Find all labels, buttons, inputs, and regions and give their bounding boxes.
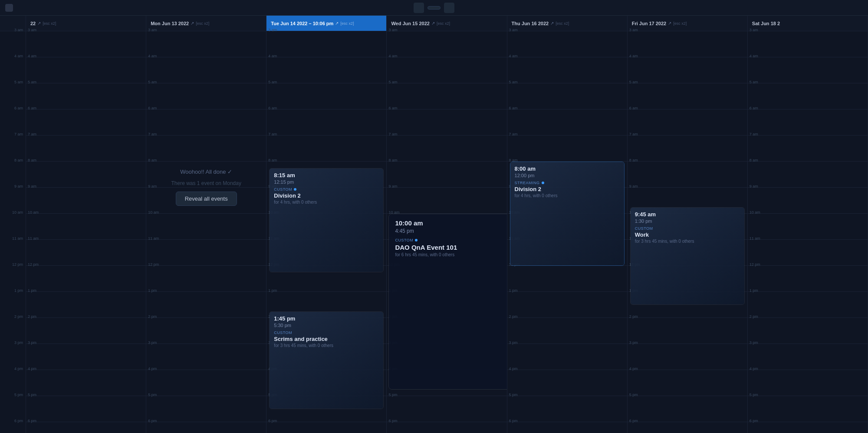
- hour-slot-14: 2 pm: [748, 318, 868, 344]
- event-type: CUSTOM: [395, 238, 507, 242]
- nav-forward-button[interactable]: [444, 3, 454, 13]
- hour-slot-15: 3 pm: [507, 344, 627, 370]
- event-card-scrims-tue[interactable]: 1:45 pm 5:30 pm CUSTOM Scrims and practi…: [269, 311, 384, 409]
- event-time-end: 5:30 pm: [274, 323, 379, 328]
- hour-slot-14: 2 pm: [507, 318, 627, 344]
- time-slot-5: 5 am: [0, 83, 26, 109]
- hour-slot-7: 7 am: [387, 136, 506, 162]
- col-header-date: 22: [30, 21, 36, 26]
- hour-slot-8: 8 am: [387, 162, 506, 188]
- event-type: CUSTOM: [635, 226, 740, 231]
- event-type: STREAMING: [515, 181, 620, 185]
- hour-slot-18: 6 pm: [26, 422, 146, 433]
- esc-tag: [esc x2]: [340, 21, 354, 26]
- time-slot-4: 4 am: [0, 57, 26, 83]
- hour-slot-7: 7 am: [26, 136, 146, 162]
- col-header-date: Wed Jun 15 2022: [391, 21, 429, 26]
- col-header-sat-jun-11: 22 ↗ [esc x2]: [26, 16, 146, 31]
- esc-tag: [esc x2]: [196, 21, 209, 26]
- hour-slot-6: 6 am: [26, 109, 146, 136]
- hour-slot-18: 6 pm: [146, 422, 266, 433]
- hour-slot-5: 5 am: [628, 83, 747, 109]
- hour-slot-5: 5 am: [507, 83, 627, 109]
- hour-slot-13: 1 pm: [26, 292, 146, 318]
- hour-slot-16: 4 pm: [748, 370, 868, 396]
- hour-slot-17: 5 pm: [26, 396, 146, 422]
- day-column-thu-jun-16: Thu Jun 16 2022 ↗ [esc x2]3 am4 am5 am6 …: [507, 16, 628, 433]
- event-time-start: 8:00 am: [515, 165, 620, 172]
- hour-slot-18: 6 pm: [387, 422, 506, 433]
- event-card-division2-tue[interactable]: 8:15 am 12:15 pm CUSTOM Division 2 for 4…: [269, 168, 384, 272]
- hour-slot-9: 9 am: [26, 188, 146, 214]
- hour-slot-6: 6 am: [507, 109, 627, 136]
- nav-back-button[interactable]: [414, 3, 424, 13]
- time-slot-3: 3 am: [0, 31, 26, 57]
- time-col-grid: 3 am4 am5 am6 am7 am8 am9 am10 am11 am12…: [0, 31, 26, 433]
- hour-slot-3: 3 am: [387, 31, 506, 57]
- hour-slot-10: 10 am: [146, 214, 266, 240]
- event-card-division2-thu[interactable]: 8:00 am 12:00 pm STREAMING Division 2 fo…: [510, 162, 625, 266]
- hour-slot-4: 4 am: [507, 57, 627, 83]
- event-meta: for 3 hrs 45 mins, with 0 others: [635, 239, 740, 244]
- hour-slot-4: 4 am: [266, 57, 386, 83]
- hour-slot-17: 5 pm: [507, 396, 627, 422]
- col-header-tue-jun-14: Tue Jun 14 2022 – 10:06 pm ↗ [esc x2]: [266, 16, 386, 31]
- hour-slot-11: 11 am: [146, 240, 266, 266]
- event-overlay-dao-wed[interactable]: 10:00 am 4:45 pm CUSTOM DAO QnA Event 10…: [388, 214, 507, 390]
- hour-slot-6: 6 am: [628, 109, 747, 136]
- hour-slot-7: 7 am: [266, 136, 386, 162]
- time-slot-8: 8 am: [0, 162, 26, 188]
- hour-slot-6: 6 am: [387, 109, 506, 136]
- hour-slot-18: 6 pm: [507, 422, 627, 433]
- close-button[interactable]: [5, 4, 13, 12]
- hour-slot-7: 7 am: [507, 136, 627, 162]
- event-time-start: 8:15 am: [274, 172, 379, 178]
- hour-slot-13: 1 pm: [146, 292, 266, 318]
- hour-slot-4: 4 am: [748, 57, 868, 83]
- arrow-tag: ↗: [191, 21, 194, 26]
- col-header-thu-jun-16: Thu Jun 16 2022 ↗ [esc x2]: [507, 16, 627, 31]
- day-column-tue-jun-14: Tue Jun 14 2022 – 10:06 pm ↗ [esc x2]3 a…: [266, 16, 387, 433]
- event-time-end: 12:15 pm: [274, 179, 379, 185]
- time-slot-16: 4 pm: [0, 370, 26, 396]
- event-card-work-fri[interactable]: 9:45 am 1:30 pm CUSTOM Work for 3 hrs 45…: [630, 207, 745, 305]
- time-slot-14: 2 pm: [0, 318, 26, 344]
- time-grid-fri-jun-17: 3 am4 am5 am6 am7 am8 am9 am10 am11 am12…: [628, 31, 747, 433]
- event-count-text: There was 1 event on Monday: [171, 180, 241, 186]
- event-time-start: 1:45 pm: [274, 315, 379, 322]
- time-slot-9: 9 am: [0, 188, 26, 214]
- hour-slot-8: 8 am: [628, 162, 747, 188]
- hour-slot-17: 5 pm: [146, 396, 266, 422]
- event-name: Work: [635, 231, 740, 238]
- hour-slot-11: 11 am: [26, 240, 146, 266]
- time-slot-12: 12 pm: [0, 266, 26, 292]
- esc-tag: [esc x2]: [673, 21, 687, 26]
- hour-slot-4: 4 am: [628, 57, 747, 83]
- event-meta: for 3 hrs 45 mins, with 0 others: [274, 343, 379, 348]
- arrow-tag: ↗: [431, 21, 435, 26]
- time-grid-wed-jun-15: 3 am4 am5 am6 am7 am8 am9 am10 am11 am12…: [387, 31, 506, 433]
- hour-slot-6: 6 am: [748, 109, 868, 136]
- hour-slot-11: 11 am: [748, 240, 868, 266]
- time-slot-18: 6 pm: [0, 422, 26, 433]
- time-grid-sat-jun-11: 3 am4 am5 am6 am7 am8 am9 am10 am11 am12…: [26, 31, 146, 433]
- hour-slot-14: 2 pm: [146, 318, 266, 344]
- time-slot-13: 1 pm: [0, 292, 26, 318]
- time-slot-11: 11 am: [0, 240, 26, 266]
- schedules-button[interactable]: [427, 6, 441, 10]
- hour-slot-4: 4 am: [26, 57, 146, 83]
- hour-slot-13: 1 pm: [748, 292, 868, 318]
- col-header-fri-jun-17: Fri Jun 17 2022 ↗ [esc x2]: [628, 16, 747, 31]
- event-time-start: 9:45 am: [635, 211, 740, 218]
- hour-slot-4: 4 am: [387, 57, 506, 83]
- hour-slot-18: 6 pm: [266, 422, 386, 433]
- hour-slot-10: 10 am: [748, 214, 868, 240]
- hour-slot-9: 9 am: [748, 188, 868, 214]
- event-meta: for 4 hrs, with 0 others: [274, 200, 379, 205]
- hour-slot-8: 8 am: [748, 162, 868, 188]
- time-grid-tue-jun-14: 3 am4 am5 am6 am7 am8 am9 am10 am11 am12…: [266, 31, 386, 433]
- hour-slot-18: 6 pm: [748, 422, 868, 433]
- reveal-all-events-button[interactable]: Reveal all events: [176, 192, 237, 206]
- col-header-sat-jun-18: Sat Jun 18 2: [748, 16, 868, 31]
- hour-slot-5: 5 am: [387, 83, 506, 109]
